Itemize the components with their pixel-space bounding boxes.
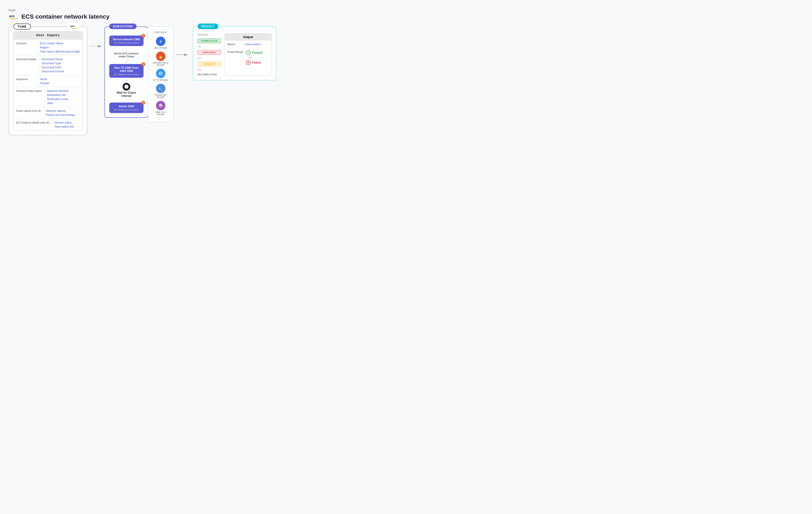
probe-command[interactable]: >_ COMMANDPROBE [151, 84, 170, 98]
probe-failed[interactable]: ✕ Failed [246, 60, 262, 65]
arrow-2: ↓ [125, 60, 127, 63]
input-row-values: Network latencyPacket loss percentage [43, 107, 83, 119]
srm-probe-label: SRM SLOPROBE [155, 111, 166, 115]
page-title: aws ECS container network latency [8, 13, 804, 20]
input-row-label: Chaos inputs (one of) [13, 107, 43, 119]
tc-cmd-label: Run TC CMD fromAWS SSM [113, 66, 140, 72]
tune-badge: TUNE [13, 24, 31, 30]
user-inputs-box: User Inputs CommonECS Cluster NameRegion… [13, 31, 83, 130]
title-text: ECS container network latency [22, 13, 110, 20]
output-box: Output Metrics chaos metrics Probe Resul… [225, 33, 272, 76]
probes-label: PROBES [151, 31, 170, 34]
k8s-probe-label: K8S PROBE [154, 47, 167, 49]
derive-cmd-label: Derive network CMD [113, 38, 140, 41]
exec-step-derive-cmd[interactable]: ✦ Derive network CMD 🔒Privilege access r… [109, 35, 144, 46]
input-link[interactable]: Document Path [42, 66, 80, 69]
status-incompleted: INCOMPLETED [198, 73, 221, 76]
input-link[interactable]: Jitter [47, 101, 80, 105]
x-icon: ✕ [246, 60, 251, 65]
exec-steps: ✦ Derive network CMD 🔒Privilege access r… [109, 31, 144, 113]
input-link[interactable]: Document Name [42, 58, 80, 61]
input-row-values: ECS Cluster NameRegionTask replica affec… [37, 40, 83, 55]
metrics-label: Metrics [227, 43, 242, 46]
chaos-metrics-link[interactable]: chaos metrics [245, 43, 261, 46]
prometheus-probe-label: PROMETHEUSPROBE [153, 62, 169, 66]
input-row: Document DetailsDocument NameDocument Ty… [13, 55, 83, 75]
input-link[interactable]: Serial [40, 78, 80, 81]
diagram-container: TUNE aws User Inputs CommonECS Cluster N… [8, 27, 804, 135]
command-probe-label: COMMANDPROBE [155, 94, 167, 98]
status-errored[interactable]: ERRORED [198, 50, 221, 55]
input-link[interactable]: Destination hosts [47, 97, 80, 101]
or-3: OR [198, 68, 221, 71]
clock-icon: 🕐 [122, 83, 130, 91]
or-2: OR [198, 57, 221, 60]
output-header: Output [225, 34, 271, 40]
input-link[interactable]: Parallel [40, 82, 80, 85]
input-link[interactable]: Document Type [42, 62, 80, 65]
http-icon [156, 69, 165, 78]
input-link[interactable]: Packet loss percentage [46, 113, 80, 117]
input-link[interactable]: ECS Cluster Name [40, 42, 80, 45]
passed-label: Passed [252, 51, 262, 54]
result-status-column: STATUS COMPLETED OR ERRORED OR QUEUED OR… [198, 33, 221, 76]
delete-ssm-label: Delete SSM [113, 105, 140, 108]
probes-section: PROBES ⎈ K8S PROBE 🔥 PROMETHEUSPROBE HTT… [148, 27, 174, 122]
input-row-values: Service nameTask replica IDs [52, 119, 83, 130]
status-completed[interactable]: COMPLETED [198, 38, 221, 43]
input-link[interactable]: Network latency [46, 109, 80, 112]
input-link[interactable]: Service name [54, 121, 80, 124]
arrow-4: ↓ [125, 98, 127, 102]
wait-step: 🕐 Wait for ChaosInterval [117, 83, 136, 97]
probe-results-label: Probe Results [227, 50, 243, 54]
exec-step-tc-cmd[interactable]: ✦ Run TC CMD fromAWS SSM 🔒Privilege acce… [109, 64, 144, 78]
tune-section: TUNE aws User Inputs CommonECS Cluster N… [8, 27, 87, 135]
input-row-label: Common chaos inputs [13, 87, 44, 107]
prometheus-icon: 🔥 [156, 52, 165, 61]
http-probe-label: HTTP PROBE [153, 79, 168, 81]
failed-label: Failed [252, 61, 261, 64]
input-row-label: Document Details [13, 56, 39, 75]
probe-passed[interactable]: ✓ Passed [246, 50, 262, 55]
derive-cmd-privilege: 🔒Privilege access required [113, 42, 140, 44]
probe-results-row: Probe Results ✓ Passed OR ✕ Failed [225, 48, 271, 67]
probe-k8s[interactable]: ⎈ K8S PROBE [151, 37, 170, 49]
wait-label: Wait for ChaosInterval [117, 91, 136, 97]
svg-text:aws: aws [70, 25, 75, 27]
probe-results-options: ✓ Passed OR ✕ Failed [246, 50, 262, 65]
status-queued[interactable]: QUEUED [198, 62, 221, 66]
result-section: RESULT STATUS COMPLETED OR ERRORED OR QU… [193, 27, 277, 81]
probe-srm[interactable]: SRM SLOPROBE [151, 101, 170, 115]
input-link[interactable]: Task replica IDs [54, 125, 80, 128]
input-row: Chaos inputs (one of)Network latencyPack… [13, 107, 83, 119]
input-link[interactable]: Network interface [47, 89, 80, 92]
input-row: EC2 instance details (one of)Service nam… [13, 119, 83, 130]
input-link[interactable]: Document Format [42, 70, 80, 73]
input-row-label: EC2 instance details (one of) [13, 119, 52, 130]
result-inner: STATUS COMPLETED OR ERRORED OR QUEUED OR… [198, 31, 272, 76]
arrow-1: ↓ [125, 47, 127, 50]
arrow-3: ↓ [125, 79, 127, 82]
input-link[interactable]: Region [40, 46, 80, 49]
status-label: STATUS [198, 33, 221, 36]
input-row-label: Sequence [13, 75, 37, 87]
aws-logo: aws [8, 13, 19, 20]
input-row: CommonECS Cluster NameRegionTask replica… [13, 39, 83, 55]
check-icon: ✓ [246, 50, 251, 55]
command-icon: >_ [156, 84, 165, 93]
execution-section: EXECUTION ✦ Derive network CMD 🔒Privileg… [105, 27, 148, 118]
k8s-icon: ⎈ [156, 37, 165, 46]
input-link[interactable]: Task replica affected percentage [40, 50, 80, 53]
probe-or: OR [246, 56, 262, 60]
user-inputs-header: User Inputs [13, 31, 83, 39]
tc-cmd-privilege: 🔒Privilege access required [113, 73, 140, 75]
input-row: SequenceSerialParallel [13, 75, 83, 87]
page-header: Fault aws ECS container network latency [8, 8, 804, 20]
metrics-row: Metrics chaos metrics [225, 40, 271, 48]
probe-prometheus[interactable]: 🔥 PROMETHEUSPROBE [151, 52, 170, 66]
probe-http[interactable]: HTTP PROBE [151, 69, 170, 81]
input-row-values: Network interfaceDestination IPsDestinat… [44, 87, 83, 107]
exec-step-ec2: Derive EC2 instanceunder Chaos [114, 51, 139, 59]
exec-step-delete-ssm[interactable]: ✦ Delete SSM 🔒Privilege access required [109, 102, 144, 113]
input-link[interactable]: Destination IPs [47, 93, 80, 96]
